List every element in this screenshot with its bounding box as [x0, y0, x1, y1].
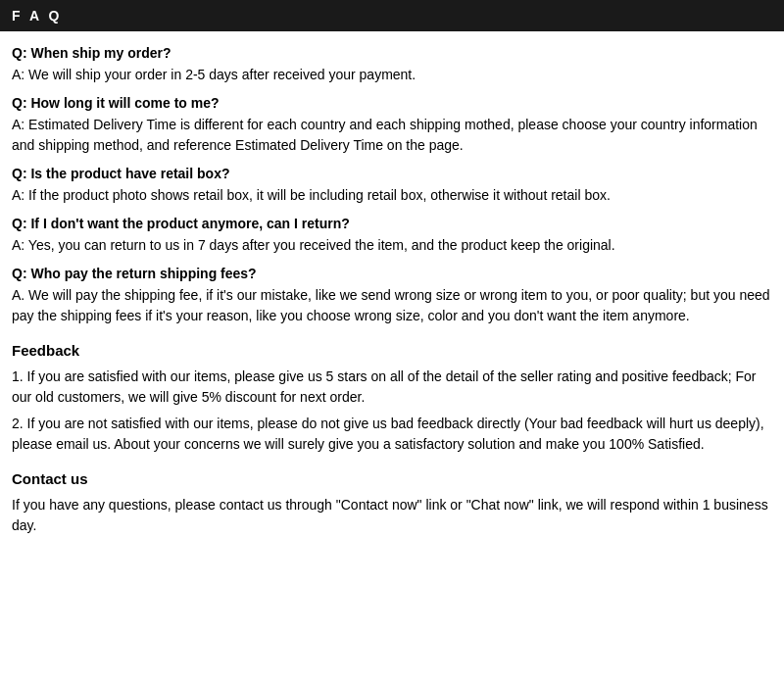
faq-item-4: Q: If I don't want the product anymore, … [12, 216, 772, 256]
question-2: Q: How long it will come to me? [12, 95, 772, 111]
faq-item-1: Q: When ship my order? A: We will ship y… [12, 45, 772, 85]
answer-4: A: Yes, you can return to us in 7 days a… [12, 235, 772, 256]
answer-2: A: Estimated Delivery Time is different … [12, 115, 772, 156]
question-1: Q: When ship my order? [12, 45, 772, 61]
contact-title: Contact us [12, 470, 772, 487]
feedback-section: 1. If you are satisfied with our items, … [12, 367, 772, 455]
faq-item-2: Q: How long it will come to me? A: Estim… [12, 95, 772, 156]
question-4: Q: If I don't want the product anymore, … [12, 216, 772, 231]
faq-item-5: Q: Who pay the return shipping fees? A. … [12, 266, 772, 326]
main-content: Q: When ship my order? A: We will ship y… [0, 41, 784, 548]
feedback-item-1: 1. If you are satisfied with our items, … [12, 367, 772, 408]
answer-5: A. We will pay the shipping fee, if it's… [12, 285, 772, 326]
answer-1: A: We will ship your order in 2-5 days a… [12, 65, 772, 85]
faq-header: F A Q [0, 0, 784, 31]
feedback-title: Feedback [12, 342, 772, 359]
answer-3: A: If the product photo shows retail box… [12, 185, 772, 206]
contact-text: If you have any questions, please contac… [12, 495, 772, 536]
question-5: Q: Who pay the return shipping fees? [12, 266, 772, 281]
feedback-item-2: 2. If you are not satisfied with our ite… [12, 414, 772, 455]
question-3: Q: Is the product have retail box? [12, 166, 772, 181]
contact-section: Contact us If you have any questions, pl… [12, 470, 772, 536]
faq-item-3: Q: Is the product have retail box? A: If… [12, 166, 772, 206]
faq-section: Q: When ship my order? A: We will ship y… [12, 45, 772, 326]
